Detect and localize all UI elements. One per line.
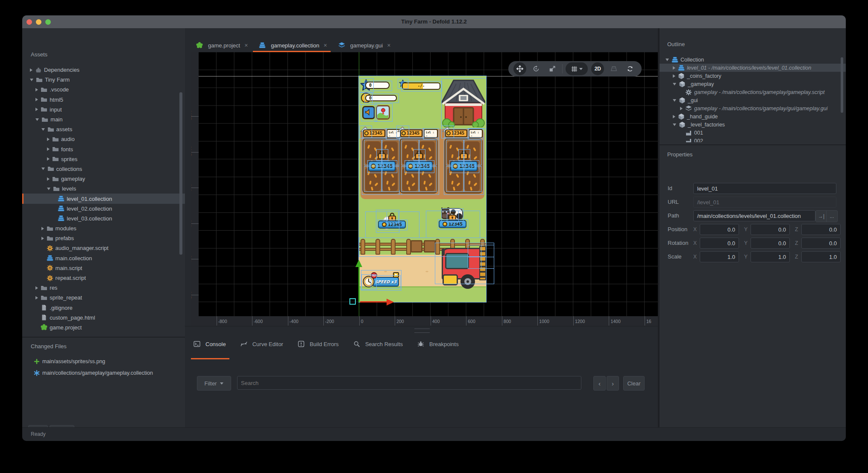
outline-item-gameplay[interactable]: gameplay - /main/collections/gameplay/gu…: [660, 104, 846, 112]
asset-item-sprite-repeat[interactable]: sprite_repeat: [22, 293, 185, 303]
scale-tool-button[interactable]: [546, 62, 559, 75]
filter-button[interactable]: Filter: [197, 376, 231, 391]
rotation-x-field[interactable]: 0.0: [700, 238, 739, 249]
collapse-arrow-icon[interactable]: [47, 177, 50, 181]
collapse-arrow-icon[interactable]: [673, 66, 675, 70]
asset-item-res[interactable]: res: [22, 283, 185, 293]
asset-item-custom-page-html[interactable]: custom_page.html: [22, 313, 185, 323]
asset-item-input[interactable]: input: [22, 105, 185, 115]
editor-tab-game-project[interactable]: game.project×: [189, 38, 252, 52]
outline-scrollbar[interactable]: [841, 57, 843, 113]
expand-arrow-icon[interactable]: [41, 167, 45, 170]
rotation-y-field[interactable]: 0.0: [751, 238, 790, 249]
console-tab-breakpoints[interactable]: Breakpoints: [415, 341, 459, 347]
position-y-field[interactable]: 0.0: [751, 224, 790, 235]
console-tab-build-errors[interactable]: Build Errors: [295, 341, 339, 347]
asset-item-dependencies[interactable]: Dependencies: [22, 65, 185, 75]
expand-arrow-icon[interactable]: [673, 123, 676, 126]
outline-item-_coins_factory[interactable]: _coins_factory: [660, 72, 846, 80]
browse-resource-button[interactable]: ...: [826, 210, 838, 222]
panel-resize-handle[interactable]: [414, 329, 430, 333]
collapse-arrow-icon[interactable]: [30, 68, 32, 72]
asset-item-repeat-script[interactable]: repeat.script: [22, 273, 185, 283]
y-axis-arrow[interactable]: [358, 267, 360, 302]
position-z-field[interactable]: 0.0: [801, 224, 841, 235]
grid-settings-button[interactable]: [566, 62, 588, 75]
collapse-arrow-icon[interactable]: [680, 107, 683, 110]
asset-item--gitignore[interactable]: .gitignore: [22, 303, 185, 313]
collapse-arrow-icon[interactable]: [35, 98, 38, 101]
move-tool-button[interactable]: [513, 62, 526, 75]
editor-tab-gameplay-collection[interactable]: gameplay.collection×: [252, 38, 331, 52]
scale-y-field[interactable]: 1.0: [751, 251, 790, 262]
search-next-button[interactable]: ›: [607, 376, 619, 391]
refresh-view-button[interactable]: [624, 62, 636, 75]
close-tab-icon[interactable]: ×: [244, 42, 248, 49]
game-viewport[interactable]: 0 0 -/-: [359, 76, 486, 302]
asset-item-html5[interactable]: html5: [22, 95, 185, 105]
asset-item-audio[interactable]: audio: [22, 134, 185, 144]
asset-item-main[interactable]: main: [22, 115, 185, 124]
rotation-z-field[interactable]: 0.0: [801, 238, 841, 249]
changed-file-item[interactable]: main/collections/gameplay/gameplay.colle…: [22, 367, 185, 379]
collapse-arrow-icon[interactable]: [41, 227, 44, 230]
outline-item-_gui[interactable]: _gui: [660, 96, 846, 104]
search-prev-button[interactable]: ‹: [593, 376, 606, 391]
outline-item-_hand_guide[interactable]: _hand_guide: [660, 112, 846, 120]
collapse-arrow-icon[interactable]: [673, 74, 675, 78]
id-field[interactable]: level_01: [693, 183, 836, 194]
asset-item-level-03-collection[interactable]: level_03.collection: [22, 214, 185, 223]
collapse-arrow-icon[interactable]: [35, 88, 38, 91]
expand-arrow-icon[interactable]: [666, 59, 669, 61]
expand-arrow-icon[interactable]: [30, 79, 33, 81]
expand-arrow-icon[interactable]: [673, 99, 676, 102]
titlebar[interactable]: Tiny Farm - Defold 1.12.2: [22, 15, 846, 28]
expand-arrow-icon[interactable]: [41, 128, 45, 131]
collapse-arrow-icon[interactable]: [35, 296, 38, 300]
asset-item-main-collection[interactable]: main.collection: [22, 253, 185, 263]
scale-x-field[interactable]: 1.0: [700, 251, 739, 262]
asset-item-game-project[interactable]: game.project: [22, 323, 185, 332]
asset-item-level-01-collection[interactable]: level_01.collection: [22, 194, 185, 203]
asset-item-sprites[interactable]: sprites: [22, 154, 185, 164]
expand-arrow-icon[interactable]: [35, 118, 39, 121]
outline-item-_level_factories[interactable]: _level_factories: [660, 120, 846, 129]
asset-item-audio-manager-script[interactable]: audio_manager.script: [22, 243, 185, 253]
scene-canvas[interactable]: 0 0 -/-: [199, 52, 658, 316]
collapse-arrow-icon[interactable]: [47, 147, 50, 151]
console-tab-search-results[interactable]: Search Results: [351, 341, 403, 347]
console-tab-curve-editor[interactable]: Curve Editor: [238, 341, 283, 347]
asset-item-gameplay[interactable]: gameplay: [22, 174, 185, 184]
assets-scrollbar[interactable]: [179, 92, 182, 255]
expand-arrow-icon[interactable]: [673, 83, 676, 85]
collapse-arrow-icon[interactable]: [47, 157, 50, 161]
collapse-arrow-icon[interactable]: [41, 237, 44, 240]
collapse-arrow-icon[interactable]: [47, 138, 50, 141]
path-field[interactable]: /main/collections/levels/level_01.collec…: [693, 210, 815, 221]
outline-item-collection[interactable]: Collection: [660, 56, 846, 64]
scale-z-field[interactable]: 1.0: [801, 251, 841, 262]
editor-tab-gameplay-gui[interactable]: gameplay.gui×: [331, 38, 395, 52]
rotate-tool-button[interactable]: [530, 62, 542, 75]
outline-item-gameplay[interactable]: gameplay - /main/collections/gameplay/ga…: [660, 88, 846, 96]
asset-item-tiny-farm[interactable]: Tiny Farm: [22, 75, 185, 85]
outline-item-001[interactable]: 001: [660, 129, 846, 137]
console-search-input[interactable]: [237, 376, 581, 390]
changed-file-item[interactable]: main/assets/sprites/ss.png: [22, 355, 185, 367]
asset-item-assets[interactable]: assets: [22, 124, 185, 134]
asset-item-prefabs[interactable]: prefabs: [22, 233, 185, 243]
x-axis-arrow[interactable]: [360, 301, 387, 303]
console-tab-console[interactable]: Console: [191, 341, 226, 347]
asset-item-main-script[interactable]: main.script: [22, 263, 185, 273]
2d-mode-button[interactable]: 2D: [591, 62, 604, 75]
asset-item-levels[interactable]: levels: [22, 184, 185, 194]
clear-console-button[interactable]: Clear: [623, 376, 645, 391]
asset-item-collections[interactable]: collections: [22, 164, 185, 174]
collapse-arrow-icon[interactable]: [35, 286, 38, 290]
collapse-arrow-icon[interactable]: [35, 108, 38, 111]
close-tab-icon[interactable]: ×: [324, 42, 327, 49]
collapse-arrow-icon[interactable]: [673, 115, 675, 118]
close-tab-icon[interactable]: ×: [387, 42, 390, 49]
asset-item--vscode[interactable]: .vscode: [22, 85, 185, 94]
frustum-culling-button[interactable]: [607, 62, 620, 75]
